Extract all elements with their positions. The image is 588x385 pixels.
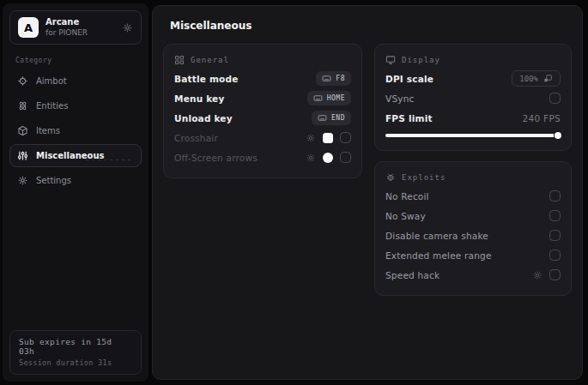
menu-key-keybind[interactable]: HOME — [307, 91, 351, 105]
dpi-scale-row: DPI scale 100% — [385, 69, 561, 88]
offscreen-arrows-checkbox[interactable] — [340, 152, 351, 163]
exploits-panel: Exploits No Recoil No Sway Disable camer… — [374, 161, 572, 296]
no-sway-checkbox[interactable] — [549, 210, 561, 221]
scale-icon — [543, 74, 553, 83]
crosshair-icon — [17, 75, 28, 87]
bug-icon — [385, 172, 396, 183]
sidebar: A Arcane for PIONER Category Aimbot — [3, 3, 149, 382]
battle-mode-label: Battle mode — [174, 74, 239, 84]
speed-hack-checkbox[interactable] — [549, 269, 561, 280]
app-logo: A — [18, 17, 39, 38]
sidebar-nav: Aimbot Entities Items — [9, 69, 142, 192]
sidebar-item-label: Settings — [36, 176, 71, 185]
dpi-scale-select[interactable]: 100% — [512, 70, 561, 87]
extended-melee-range-row: Extended melee range — [385, 245, 561, 265]
page-title: Miscellaneous — [170, 20, 572, 32]
dpi-scale-label: DPI scale — [385, 74, 433, 84]
sidebar-item-aimbot[interactable]: Aimbot — [9, 69, 142, 93]
atom-icon — [17, 100, 28, 111]
fps-slider-thumb[interactable] — [555, 132, 561, 139]
crosshair-label: Crosshair — [174, 133, 218, 143]
no-sway-row: No Sway — [385, 206, 561, 226]
gear-icon[interactable] — [122, 22, 133, 33]
disable-camera-shake-checkbox[interactable] — [549, 230, 561, 241]
panel-title: General — [191, 56, 229, 64]
offscreen-arrows-row: Off-Screen arrows — [174, 147, 351, 167]
no-recoil-checkbox[interactable] — [549, 190, 561, 202]
offscreen-arrows-label: Off-Screen arrows — [174, 153, 258, 163]
fps-limit-row: FPS limit 240 FPS — [385, 108, 561, 128]
sub-expiry-text: Sub expires in 15d 03h — [19, 337, 132, 356]
app-subtitle: for PIONER — [45, 28, 115, 38]
sidebar-item-label: Items — [36, 126, 60, 135]
unload-key-keybind[interactable]: END — [312, 111, 351, 125]
unload-key-row: Unload key END — [174, 108, 351, 128]
speed-hack-row: Speed hack — [385, 265, 561, 285]
offscreen-arrows-color-swatch[interactable] — [323, 153, 333, 163]
grid-icon — [174, 55, 185, 65]
sidebar-item-label: Aimbot — [36, 76, 67, 86]
disable-camera-shake-row: Disable camera shake — [385, 226, 561, 245]
app-name: Arcane — [45, 17, 115, 28]
keyboard-icon — [322, 74, 331, 83]
gear-icon[interactable] — [306, 153, 316, 163]
main-content: Miscellaneous General Battle mode — [152, 5, 583, 380]
panel-title: Exploits — [402, 173, 446, 182]
battle-mode-row: Battle mode F8 — [174, 69, 351, 88]
no-recoil-row: No Recoil — [385, 186, 561, 206]
fps-limit-slider[interactable] — [385, 131, 561, 140]
vsync-checkbox[interactable] — [549, 93, 561, 104]
general-panel: General Battle mode F8 Menu key — [163, 44, 362, 178]
monitor-icon — [385, 55, 396, 65]
sliders-icon — [17, 150, 28, 161]
crosshair-checkbox[interactable] — [340, 132, 351, 143]
sidebar-item-miscellaneous[interactable]: Miscellaneous — [9, 144, 142, 167]
gear-icon[interactable] — [532, 270, 543, 280]
extended-melee-range-checkbox[interactable] — [549, 250, 561, 261]
keyboard-icon — [313, 93, 323, 103]
gear-icon — [17, 175, 28, 186]
no-sway-label: No Sway — [385, 211, 426, 221]
speed-hack-label: Speed hack — [385, 270, 439, 280]
fps-slider-fill — [385, 134, 561, 137]
fps-limit-label: FPS limit — [385, 113, 433, 123]
extended-melee-range-label: Extended melee range — [385, 250, 492, 261]
battle-mode-keybind[interactable]: F8 — [316, 71, 351, 86]
gear-icon[interactable] — [306, 133, 316, 143]
menu-key-label: Menu key — [174, 93, 224, 104]
subscription-info: Sub expires in 15d 03h Session duration … — [9, 330, 142, 375]
category-label: Category — [15, 57, 142, 64]
sidebar-item-label: Entities — [36, 101, 68, 111]
display-panel: Display DPI scale 100% — [374, 44, 572, 151]
vsync-label: VSync — [385, 93, 415, 104]
fps-limit-value: 240 FPS — [522, 113, 561, 123]
sidebar-item-settings[interactable]: Settings — [9, 169, 142, 192]
box-icon — [17, 125, 28, 136]
keyboard-icon — [318, 113, 327, 123]
menu-key-row: Menu key HOME — [174, 88, 351, 108]
unload-key-label: Unload key — [174, 113, 233, 123]
crosshair-color-swatch[interactable] — [323, 133, 333, 143]
sidebar-item-label: Miscellaneous — [36, 151, 105, 160]
panel-title: Display — [402, 56, 440, 64]
crosshair-row: Crosshair — [174, 128, 351, 147]
vsync-row: VSync — [385, 88, 561, 108]
brand-card: A Arcane for PIONER — [9, 10, 142, 45]
sidebar-item-items[interactable]: Items — [9, 119, 142, 142]
session-duration-text: Session duration 31s — [19, 358, 132, 367]
sidebar-item-entities[interactable]: Entities — [9, 94, 142, 117]
disable-camera-shake-label: Disable camera shake — [385, 231, 488, 241]
no-recoil-label: No Recoil — [385, 191, 429, 202]
